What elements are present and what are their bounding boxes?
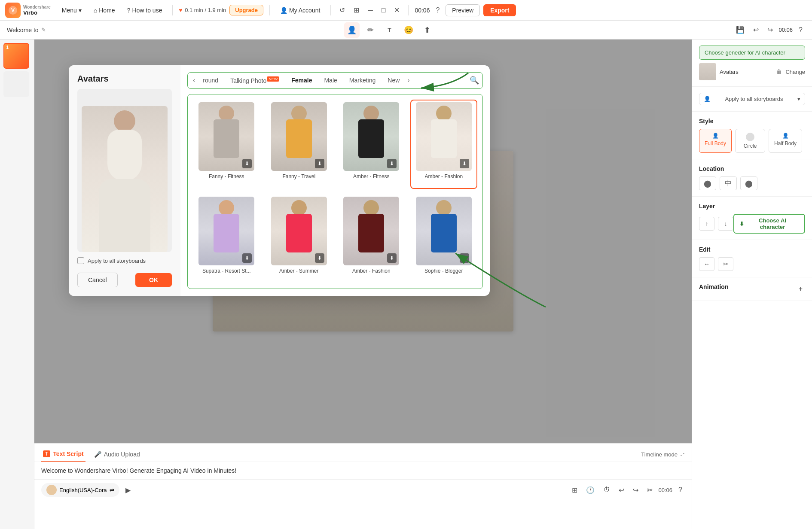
gender-hint-section: Choose geneder for AI character Avatars … [692,40,812,87]
avatar-label-supatra: Supatra - Resort St... [202,268,251,274]
voice-selector[interactable]: English(USA)-Cora ⇌ [41,483,119,497]
how-to-use-button[interactable]: ? How to use [123,5,167,15]
avatar-card-supatra[interactable]: ⬇ Supatra - Resort St... [193,194,260,283]
gender-hint-text: Choose geneder for AI character [705,49,785,56]
avatar-card-amber-fashion-2[interactable]: ⬇ Amber - Fashion [338,194,405,283]
location-right[interactable]: ⬤ [740,176,757,190]
modal-apply-row: Apply to all storyboards [77,257,172,264]
avatar-preview [77,89,172,252]
tab-round[interactable]: round [197,74,224,86]
emoji-tool-button[interactable]: 😊 [401,22,416,38]
layer-down-button[interactable]: ↓ [718,217,733,231]
scissors-button[interactable]: ✂ [644,484,655,496]
style-full-body[interactable]: 👤 Full Body [699,129,732,153]
layer-row: ↑ ↓ ⬇ Choose AI character [699,214,805,234]
avatar-card-amber-summer[interactable]: ⬇ Amber - Summer [266,194,333,283]
play-button[interactable]: ▶ [123,484,133,496]
script-content[interactable]: Welcome to Wondershare Virbo! Generate E… [34,462,692,479]
style-half-body[interactable]: 👤 Half Body [769,129,802,153]
help-button[interactable]: ? [796,24,805,36]
download-badge: ⬇ [387,253,397,263]
tab-talking-photo[interactable]: Talking PhotoNEW [224,74,285,87]
tab-male[interactable]: Male [318,74,343,86]
prev-category-button[interactable]: ‹ [191,75,197,86]
tab-marketing[interactable]: Marketing [343,74,382,86]
home-label: Home [99,7,115,14]
home-icon: ⌂ [94,7,97,14]
help-script-button[interactable]: ? [676,484,685,496]
redo-button[interactable]: ↪ [765,24,775,36]
avatar-card-fanny-travel[interactable]: ⬇ Fanny - Travel [266,100,333,189]
avatar-card-amber-fashion-1[interactable]: ⬇ Amber - Fashion [410,100,478,189]
location-left[interactable]: ⬤ [699,176,716,190]
grid-button[interactable]: ⊞ [351,4,362,16]
location-section: Location ⬤ 中 ⬤ [692,159,812,197]
choose-ai-character-button[interactable]: ⬇ Choose AI character [733,214,805,234]
tab-female[interactable]: Female [285,74,318,86]
edit-icon[interactable]: ✎ [41,27,46,33]
timer-button[interactable]: ⏱ [601,484,613,496]
toolbar-tools: 👤 ✏ T 😊 ⬆ [48,22,732,38]
search-button[interactable]: 🔍 [470,76,479,85]
upgrade-button[interactable]: Upgrade [229,5,263,15]
avatar-img-sophie: ⬇ [416,197,472,265]
avatar-label-amber-summer: Amber - Summer [279,268,318,274]
apply-dropdown[interactable]: 👤 Apply to all storyboards ▾ [699,93,805,105]
timeline-mode[interactable]: Timeline mode ⇌ [641,451,685,458]
help-circle-button[interactable]: ? [433,5,442,16]
audio-upload-tab[interactable]: 🎤 Audio Upload [92,447,142,461]
apply-dropdown-icon: 👤 [704,96,711,102]
close-button[interactable]: ✕ [391,4,402,16]
text-script-tab[interactable]: T Text Script [41,447,85,462]
change-avatar-button[interactable]: Change [785,69,805,75]
apply-checkbox[interactable] [77,257,84,264]
clock-button[interactable]: 🕐 [583,484,597,496]
menu-chevron-icon: ▾ [79,7,82,14]
storyboard-item-2[interactable] [3,71,29,97]
avatar-card-fanny-fitness[interactable]: ⬇ Fanny - Fitness [193,100,260,189]
apply-chevron-icon: ▾ [797,96,800,102]
avatar-img-fanny-fitness: ⬇ [198,102,254,171]
cancel-button[interactable]: Cancel [77,273,118,287]
text-script-icon: T [43,450,50,457]
style-circle[interactable]: Circle [735,129,765,153]
preview-button[interactable]: Preview [446,4,480,16]
brush-tool-button[interactable]: ✏ [363,22,379,38]
flip-button[interactable]: ↔ [699,257,714,271]
delete-avatar-button[interactable]: 🗑 [776,68,782,75]
text-tool-button[interactable]: T [382,22,397,38]
undo-script-button[interactable]: ↩ [616,484,627,496]
download-badge: ⬇ [242,159,252,168]
avatar-card-amber-fitness[interactable]: ⬇ Amber - Fitness [338,100,405,189]
home-button[interactable]: ⌂ Home [89,5,119,15]
my-account-button[interactable]: 👤 My Account [276,5,324,15]
menu-button[interactable]: Menu ▾ [58,5,86,15]
export-button[interactable]: Export [483,4,516,16]
add-text-button[interactable]: ⊞ [569,484,580,496]
voice-label: English(USA)-Cora [59,487,107,493]
modal-title: Avatars [77,74,172,84]
minimize-button[interactable]: ─ [365,5,375,16]
app-logo: V [5,3,21,18]
upload-tool-button[interactable]: ⬆ [420,22,435,38]
layer-up-button[interactable]: ↑ [699,217,714,231]
toolbar-right: 💾 ↩ ↪ 00:06 ? [733,24,805,36]
add-animation-button[interactable]: + [796,283,805,295]
redo-script-button[interactable]: ↪ [630,484,641,496]
location-center[interactable]: 中 [720,176,737,190]
crop-button[interactable]: ✂ [718,257,733,271]
undo-button[interactable]: ↩ [751,24,761,36]
avatar-tool-button[interactable]: 👤 [344,22,360,38]
storyboard-item-1[interactable]: 1 [3,43,29,69]
ok-button[interactable]: OK [135,273,172,287]
avatar-card-sophie[interactable]: ⬇ Sophie - Blogger [410,194,478,283]
avatar-label-amber-fitness: Amber - Fitness [353,173,390,179]
restore-button[interactable]: □ [379,5,388,16]
center-area: Avatars Apply to al [34,40,692,529]
next-category-button[interactable]: › [406,75,411,86]
tab-new[interactable]: New [382,74,406,86]
refresh-button[interactable]: ↺ [337,4,348,16]
script-time: 00:06 [659,487,673,493]
save-button[interactable]: 💾 [733,24,747,36]
style-options: 👤 Full Body Circle 👤 Half Body [699,129,805,153]
